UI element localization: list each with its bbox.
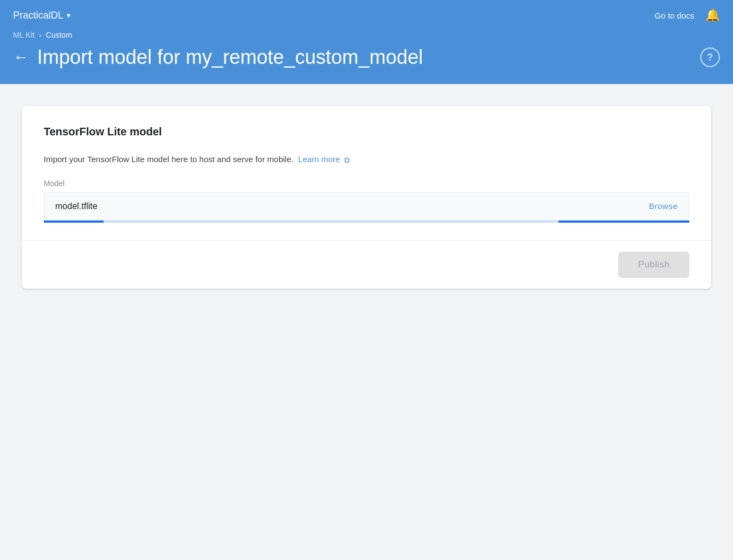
dropdown-arrow-icon[interactable]: ▾ [67, 11, 70, 20]
card-footer: Publish [22, 240, 711, 289]
browse-button[interactable]: Browse [649, 201, 678, 211]
main-content: TensorFlow Lite model Import your Tensor… [0, 84, 733, 510]
top-nav: PracticalDL ▾ Go to docs 🔔 [0, 0, 733, 31]
breadcrumb-parent[interactable]: ML Kit [13, 31, 34, 39]
learn-more-link[interactable]: Learn more [298, 154, 340, 164]
card-body: TensorFlow Lite model Import your Tensor… [22, 106, 711, 240]
breadcrumb-current: Custom [46, 31, 72, 39]
nav-left: PracticalDL ▾ [13, 10, 70, 21]
progress-bar-right-segment [558, 221, 689, 223]
file-name: model.tflite [55, 201, 97, 211]
description-text: Import your TensorFlow Lite model here t… [44, 153, 689, 166]
go-to-docs-link[interactable]: Go to docs [654, 11, 694, 20]
model-label: Model [44, 179, 689, 188]
section-title: TensorFlow Lite model [44, 126, 689, 138]
nav-right: Go to docs 🔔 [654, 8, 720, 22]
page-title: Import model for my_remote_custom_model [37, 46, 691, 69]
app-title[interactable]: PracticalDL [13, 10, 63, 21]
progress-bar-left-segment [44, 221, 104, 223]
publish-button[interactable]: Publish [618, 252, 689, 278]
breadcrumb: ML Kit › Custom [13, 31, 720, 39]
page-header: ML Kit › Custom ← Import model for my_re… [0, 31, 733, 84]
help-icon[interactable]: ? [700, 47, 720, 67]
import-model-card: TensorFlow Lite model Import your Tensor… [22, 106, 711, 289]
page-title-row: ← Import model for my_remote_custom_mode… [13, 46, 720, 69]
breadcrumb-separator: › [39, 31, 42, 39]
file-input-area: model.tflite Browse [44, 192, 689, 221]
description-main: Import your TensorFlow Lite model here t… [44, 154, 293, 164]
back-arrow-icon[interactable]: ← [13, 49, 28, 66]
bell-icon[interactable]: 🔔 [705, 8, 720, 22]
external-link-icon: ⧉ [344, 156, 350, 164]
progress-bar [44, 221, 689, 223]
